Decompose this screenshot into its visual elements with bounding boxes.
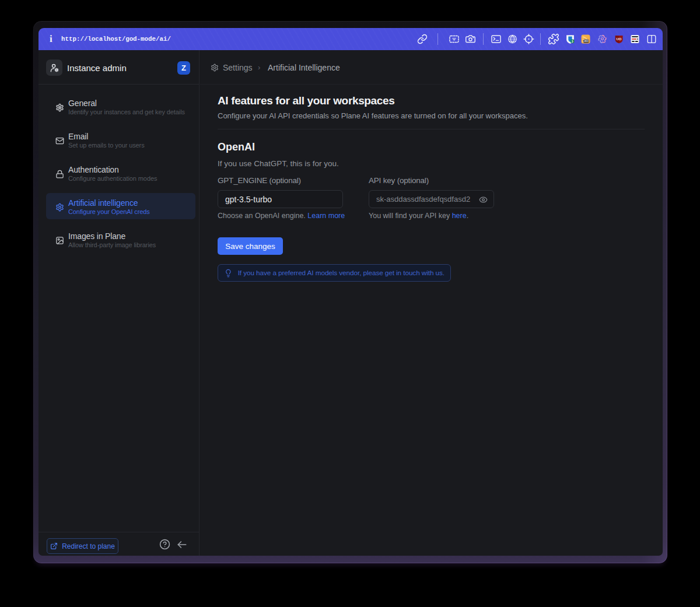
svg-text:3: 3 (572, 40, 573, 43)
svg-text:UO: UO (617, 37, 622, 41)
svg-text:303: 303 (584, 40, 589, 43)
